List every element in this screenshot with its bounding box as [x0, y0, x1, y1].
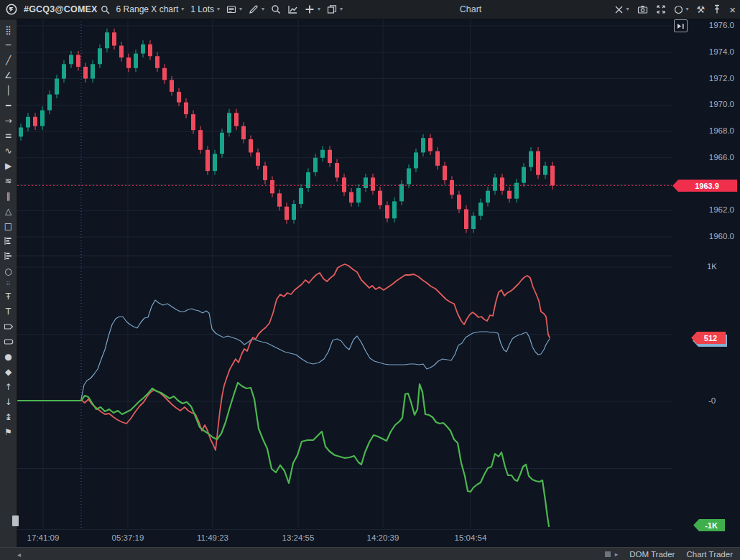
horizontal-line-tool-icon[interactable]: ─ [0, 37, 17, 52]
candle [98, 48, 102, 64]
delta-red-line [81, 264, 550, 450]
volume-profile-tool-icon[interactable]: ↨ [0, 409, 17, 424]
candle [457, 195, 461, 209]
chart-plot[interactable] [17, 19, 672, 529]
text-tool-icon[interactable]: T [0, 304, 17, 319]
candle [198, 130, 203, 150]
candle [155, 56, 159, 68]
aggregation-selector[interactable]: 6 Range X chart ▾ [116, 4, 185, 14]
candle [378, 191, 382, 205]
candle [522, 167, 526, 183]
fibonacci-tool-icon[interactable]: ≋ [0, 173, 17, 188]
arrow-down-marker-tool-icon[interactable]: ↓ [0, 394, 17, 409]
dot-marker-tool-icon[interactable]: ● [0, 349, 17, 364]
close-icon[interactable]: × [729, 4, 736, 16]
chart-style-button[interactable] [287, 4, 298, 14]
candle [263, 166, 267, 180]
candle [184, 103, 188, 115]
panel-toggle[interactable]: ▸ [605, 551, 619, 558]
search-icon [101, 5, 110, 14]
toolbar-scroll-handle[interactable] [12, 515, 19, 526]
panel-square-icon [605, 551, 611, 557]
candle [493, 177, 497, 190]
time-tick-label: 11:49:23 [197, 533, 228, 542]
triangle-tool-icon[interactable]: △ [0, 203, 17, 218]
time-tick-label: 05:37:19 [112, 533, 144, 542]
chevron-down-icon: ▾ [340, 6, 343, 12]
price-label-tool-icon[interactable] [0, 319, 17, 334]
flag-marker-tool-icon[interactable]: ⚑ [0, 424, 17, 439]
anchored-text-tool-icon[interactable]: Ŧ [0, 289, 17, 304]
cursor-texture-icon[interactable]: ⣿ [0, 22, 17, 37]
panel-view-button[interactable]: ▾ [226, 4, 242, 14]
expand-right-icon: ▸ [615, 551, 619, 558]
symbol-selector[interactable]: #GCQ3@COMEX [24, 4, 110, 14]
zoom-button[interactable] [271, 4, 281, 14]
angle-tool-icon[interactable]: ∠ [0, 67, 17, 83]
time-axis[interactable]: 17:41:0905:37:1911:49:2313:24:5514:20:39… [17, 529, 672, 548]
trend-line-tool-icon[interactable]: ╱ [0, 52, 17, 67]
symbol-label: #GCQ3@COMEX [24, 4, 98, 14]
lots-selector[interactable]: 1 Lots ▾ [190, 4, 220, 14]
candle [69, 55, 73, 64]
candle [119, 46, 124, 58]
chart-style-icon [287, 4, 298, 14]
templates-button[interactable]: ▾ [327, 4, 343, 14]
candle [76, 55, 80, 67]
pencil-icon [249, 4, 259, 14]
chevron-down-icon: ▾ [239, 6, 242, 12]
price-tick-label: 1966.0 [684, 153, 734, 162]
vertical-line-tool-icon[interactable]: │ [0, 83, 17, 98]
candle [450, 180, 454, 195]
candle [320, 150, 325, 158]
status-bar: ◂ ▸ DOM Trader Chart Trader [0, 547, 740, 560]
candle [112, 32, 116, 45]
polyline-tool-icon[interactable]: ∿ [0, 143, 17, 158]
candle [356, 188, 361, 202]
crosshair-trade-button[interactable]: ▾ [614, 5, 629, 14]
candle [227, 113, 231, 133]
time-tick-label: 13:24:55 [282, 533, 315, 542]
tab-chart-trader[interactable]: Chart Trader [686, 550, 733, 559]
ray-tool-icon[interactable]: ━ [0, 98, 17, 113]
channel-tool-icon[interactable]: ∥ [0, 188, 17, 203]
ellipse-tool-icon[interactable]: ○ [0, 263, 17, 279]
price-axis[interactable]: 1976.01974.01972.01970.01968.01966.01962… [672, 19, 740, 529]
candle [19, 127, 23, 136]
camera-icon[interactable] [637, 4, 648, 14]
arrow-up-marker-tool-icon[interactable]: ↑ [0, 379, 17, 394]
volume-bars2-tool-icon[interactable] [0, 248, 17, 263]
fullscreen-icon[interactable] [656, 4, 666, 14]
chevron-down-icon: ▾ [181, 6, 184, 12]
theme-selector[interactable]: ▾ [674, 5, 689, 14]
chevron-down-icon: ▾ [217, 6, 220, 12]
candle [191, 114, 195, 130]
volume-bars-tool-icon[interactable] [0, 233, 17, 248]
candle [162, 68, 167, 80]
candles [19, 29, 555, 233]
parallel-lines-tool-icon[interactable]: ≡ [0, 128, 17, 143]
tab-dom-trader[interactable]: DOM Trader [629, 550, 675, 559]
app-logo-icon[interactable] [6, 4, 17, 15]
rectangle-tool-icon[interactable]: □ [0, 218, 17, 233]
settings-tools-icon[interactable]: ⚒ [697, 4, 706, 15]
diamond-marker-tool-icon[interactable]: ◆ [0, 364, 17, 379]
marker-arrow-tool-icon[interactable]: ▶ [0, 158, 17, 173]
price-tick-label: 1974.0 [684, 47, 734, 56]
add-indicator-button[interactable]: ▾ [305, 4, 320, 14]
candle [371, 177, 375, 190]
chevron-down-icon: ▾ [686, 6, 689, 12]
candle [529, 151, 533, 167]
candle [249, 139, 253, 152]
arrow-tool-icon[interactable]: → [0, 113, 17, 128]
tools-divider-icon: ⠿ [0, 279, 17, 289]
candle [335, 163, 339, 177]
collapse-left-icon[interactable]: ◂ [17, 551, 21, 559]
candle [507, 191, 512, 199]
candle [270, 180, 274, 193]
lots-label: 1 Lots [190, 4, 214, 14]
candle [277, 193, 282, 206]
draw-button[interactable]: ▾ [249, 4, 264, 14]
pin-icon[interactable] [713, 4, 721, 14]
note-label-tool-icon[interactable] [0, 334, 17, 349]
